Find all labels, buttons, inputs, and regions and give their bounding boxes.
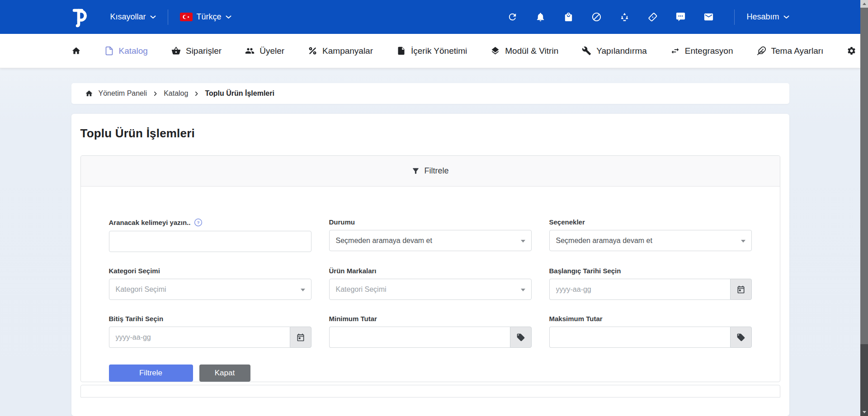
nav-label: Modül & Vitrin <box>505 46 558 56</box>
chat-icon[interactable] <box>675 12 686 23</box>
account-label: Hesabım <box>746 12 779 22</box>
breadcrumb: Yönetim Paneli Katalog Toplu Ürün İşleml… <box>71 83 789 104</box>
breadcrumb-item[interactable]: Yönetim Paneli <box>99 89 147 98</box>
status-label: Durumu <box>329 218 355 226</box>
filter-submit-button[interactable]: Filtrele <box>109 365 193 382</box>
brands-select[interactable]: Kategori Seçimi <box>329 279 532 300</box>
scrollbar-thumb[interactable] <box>860 8 868 344</box>
feather-icon <box>757 46 766 56</box>
keyword-label: Aranacak kelimeyi yazın.. <box>109 219 191 226</box>
min-amount-input[interactable] <box>329 327 510 348</box>
refresh-icon[interactable] <box>507 12 518 23</box>
page-title: Toplu Ürün İşlemleri <box>80 126 780 140</box>
platin-logo-icon[interactable] <box>71 6 91 28</box>
field-end-date: Bitiş Tarihi Seçin <box>109 315 311 348</box>
question-circle-icon[interactable]: ? <box>194 218 203 227</box>
nav-label: Entegrasyon <box>685 46 733 56</box>
nav-item-modul-vitrin[interactable]: Modül & Vitrin <box>491 46 558 56</box>
next-section-card <box>80 385 780 397</box>
category-select[interactable]: Kategori Seçimi <box>109 279 311 300</box>
scrollbar-down-button[interactable] <box>860 408 868 416</box>
field-category: Kategori Seçimi Kategori Seçimi <box>109 267 311 300</box>
brands-label: Ürün Markaları <box>329 267 377 275</box>
keyword-input[interactable] <box>109 231 311 252</box>
filter-panel: Filtrele Aranacak kelimeyi yazın.. ? <box>80 155 780 382</box>
end-date-input[interactable] <box>109 327 290 348</box>
caret-down-icon <box>741 240 745 243</box>
max-amount-label: Maksimum Tutar <box>549 315 603 323</box>
main-card: Toplu Ürün İşlemleri Filtrele Aranacak k… <box>71 114 789 416</box>
shortcuts-dropdown[interactable]: Kısayollar <box>110 12 156 22</box>
start-date-label: Başlangıç Tarihi Seçin <box>549 267 621 275</box>
caret-down-icon <box>301 289 305 291</box>
filter-header-label: Filtrele <box>424 166 448 176</box>
topbar-divider <box>734 9 735 25</box>
filter-close-button[interactable]: Kapat <box>199 365 250 382</box>
block-icon[interactable] <box>591 12 602 23</box>
field-min-amount: Minimum Tutar <box>329 315 532 348</box>
arrow-down-icon <box>863 411 866 413</box>
breadcrumb-item[interactable]: Katalog <box>164 89 188 98</box>
options-select[interactable]: Seçmeden aramaya devam et <box>549 230 752 251</box>
filter-panel-header[interactable]: Filtrele <box>81 156 780 187</box>
calendar-icon[interactable] <box>290 327 311 348</box>
account-dropdown[interactable]: Hesabım <box>746 12 789 22</box>
layers-icon <box>491 46 500 56</box>
chevron-down-icon <box>226 15 231 19</box>
nav-label: Siparişler <box>186 46 222 56</box>
caret-down-icon <box>521 240 525 243</box>
nav-item-uyeler[interactable]: Üyeler <box>245 46 284 56</box>
mail-icon[interactable] <box>703 12 714 23</box>
field-options: Seçenekler Seçmeden aramaya devam et <box>549 218 752 252</box>
main-navigation: Katalog Siparişler Üyeler Kampanyalar İç… <box>0 34 860 68</box>
file-icon <box>396 46 406 56</box>
turkish-flag-icon <box>180 13 193 21</box>
recycle-icon[interactable] <box>619 12 630 23</box>
home-icon <box>85 89 93 98</box>
field-status: Durumu Seçmeden aramaya devam et <box>329 218 532 252</box>
nav-label: Katalog <box>119 46 148 56</box>
tag-icon[interactable] <box>730 327 752 348</box>
vertical-scrollbar[interactable] <box>860 0 868 416</box>
field-brands: Ürün Markaları Kategori Seçimi <box>329 267 532 300</box>
chevron-down-icon <box>150 15 156 19</box>
home-icon <box>71 46 81 56</box>
nav-item-icerik-yonetimi[interactable]: İçerik Yönetimi <box>396 46 467 56</box>
nav-item-entegrasyon[interactable]: Entegrasyon <box>670 46 733 56</box>
status-select[interactable]: Seçmeden aramaya devam et <box>329 230 532 251</box>
options-selected-value: Seçmeden aramaya devam et <box>556 237 652 245</box>
topbar: Kısayollar Türkçe <box>0 0 860 34</box>
swap-arrows-icon <box>670 46 680 56</box>
ticket-icon[interactable] <box>647 12 658 23</box>
page-viewport: Kısayollar Türkçe <box>0 0 860 416</box>
max-amount-input[interactable] <box>549 327 730 348</box>
calendar-icon[interactable] <box>730 279 752 300</box>
basket-icon <box>171 46 181 56</box>
nav-item-katalog[interactable]: Katalog <box>104 46 148 56</box>
start-date-input[interactable] <box>549 279 730 300</box>
gear-icon <box>847 46 856 56</box>
wrench-icon <box>582 46 591 56</box>
arrow-up-icon <box>863 3 866 5</box>
nav-item-kampanyalar[interactable]: Kampanyalar <box>308 46 373 56</box>
nav-item-tema-ayarlari[interactable]: Tema Ayarları <box>757 46 824 56</box>
category-selected-value: Kategori Seçimi <box>116 285 166 294</box>
tag-icon[interactable] <box>510 327 532 348</box>
brands-selected-value: Kategori Seçimi <box>336 285 387 294</box>
bell-icon[interactable] <box>535 12 546 23</box>
nav-item-home[interactable] <box>71 46 81 56</box>
options-label: Seçenekler <box>549 218 585 226</box>
funnel-icon <box>411 167 420 175</box>
nav-item-siparisler[interactable]: Siparişler <box>171 46 222 56</box>
field-start-date: Başlangıç Tarihi Seçin <box>549 267 752 300</box>
end-date-label: Bitiş Tarihi Seçin <box>109 315 164 323</box>
language-dropdown[interactable]: Türkçe <box>180 12 231 22</box>
shopping-bag-icon[interactable] <box>563 12 574 23</box>
nav-label: İçerik Yönetimi <box>411 46 467 56</box>
caret-down-icon <box>521 289 525 291</box>
scrollbar-up-button[interactable] <box>860 0 868 8</box>
users-icon <box>245 46 255 56</box>
chevron-down-icon <box>783 15 789 19</box>
nav-item-yapilandirma[interactable]: Yapılandırma <box>582 46 647 56</box>
percent-icon <box>308 46 317 56</box>
